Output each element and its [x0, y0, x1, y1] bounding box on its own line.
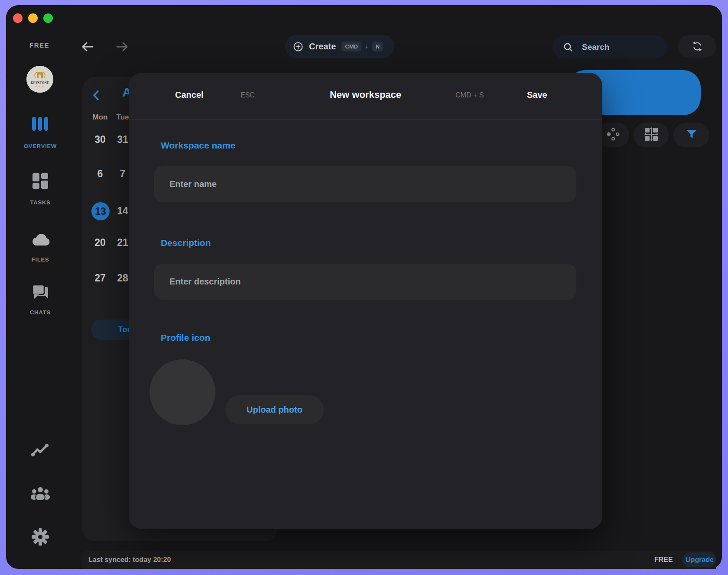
close-window-button[interactable] [13, 13, 23, 23]
sync-icon [692, 41, 703, 52]
arrow-left-icon [81, 47, 94, 54]
sidebar-item-overview[interactable]: OVERVIEW [14, 117, 66, 149]
profile-icon-label: Profile icon [161, 333, 210, 343]
filter-button[interactable] [673, 123, 709, 147]
status-bar: Last synced: today 20:20 FREE Upgrade [82, 551, 716, 569]
workspace-name-label: Workspace name [161, 140, 235, 151]
sidebar-item-files[interactable]: FILES [14, 232, 66, 263]
calendar-prev-month-button[interactable] [92, 90, 101, 103]
svg-text:ESTATES: ESTATES [35, 86, 45, 87]
profile-photo-placeholder [150, 359, 215, 425]
plus-circle-icon [293, 42, 303, 52]
last-synced-label: Last synced: today 20:20 [88, 556, 171, 564]
cloud-icon [14, 232, 66, 247]
sidebar-item-label: OVERVIEW [14, 143, 66, 149]
keystone-logo: KEYSTONE ESTATES [26, 66, 53, 93]
workspace-avatar[interactable]: KEYSTONE ESTATES [26, 66, 53, 93]
upgrade-button-label: Upgrade [686, 556, 714, 564]
search-input[interactable]: Search [552, 36, 667, 58]
sidebar-item-label: TASKS [14, 199, 66, 206]
sidebar-item-tasks[interactable]: TASKS [14, 173, 66, 206]
calendar-day[interactable]: 20 [89, 237, 111, 249]
forward-button[interactable] [115, 41, 129, 55]
selected-day-number: 13 [95, 206, 106, 217]
chat-bubbles-icon [14, 284, 66, 301]
workspace-name-input[interactable] [154, 166, 576, 202]
create-shortcut-plus: + [365, 43, 369, 50]
layout-arrange-button[interactable] [634, 123, 669, 147]
sync-button[interactable] [678, 35, 716, 58]
zoom-window-button[interactable] [43, 13, 53, 23]
sidebar-item-chats[interactable]: CHATS [14, 284, 66, 316]
description-input[interactable] [154, 264, 576, 300]
svg-text:KEYSTONE: KEYSTONE [31, 81, 49, 85]
upgrade-button[interactable]: Upgrade [683, 552, 716, 567]
back-button[interactable] [81, 41, 94, 55]
dots-diamond-icon [607, 128, 620, 142]
search-placeholder: Search [582, 42, 609, 52]
calendar-day-selected[interactable]: 13 [91, 202, 110, 220]
create-button[interactable]: Create CMD + N [285, 35, 394, 58]
sidebar-item-label: CHATS [14, 309, 66, 316]
squares-cross-icon [644, 127, 658, 143]
sidebar-item-team[interactable] [30, 486, 50, 502]
create-button-label: Create [309, 42, 336, 52]
upload-photo-button[interactable]: Upload photo [225, 395, 324, 424]
overview-bars-icon [14, 117, 66, 131]
description-label: Description [161, 238, 211, 248]
sidebar-item-label: FILES [14, 256, 66, 263]
search-icon [563, 42, 573, 52]
tasks-grid-icon [14, 173, 66, 189]
chevron-left-icon [92, 95, 101, 102]
save-button[interactable]: Save [527, 90, 547, 100]
modal-header-divider [129, 120, 602, 120]
plan-badge: FREE [29, 42, 49, 49]
filter-funnel-icon [686, 129, 697, 141]
calendar-day[interactable]: 27 [89, 272, 111, 284]
calendar-weekday: Mon [89, 113, 111, 122]
minimize-window-button[interactable] [28, 13, 38, 23]
new-workspace-modal: Cancel ESC New workspace CMD + S Save Wo… [129, 73, 602, 529]
calendar-day[interactable]: 6 [89, 168, 111, 180]
people-icon [30, 494, 50, 502]
save-shortcut-hint: CMD + S [455, 91, 484, 99]
sidebar-item-analytics[interactable] [31, 443, 49, 459]
sidebar-item-settings[interactable] [32, 528, 49, 547]
gear-icon [32, 539, 49, 547]
upload-photo-label: Upload photo [247, 405, 302, 415]
create-shortcut-cmd: CMD [341, 42, 361, 52]
arrow-right-icon [115, 47, 129, 54]
trend-chart-icon [31, 451, 49, 459]
calendar-day[interactable]: 30 [89, 134, 111, 145]
app-frame: FREE KEYSTONE ESTATES OVERVIEW TASKS [0, 0, 728, 575]
plan-label: FREE [654, 556, 673, 564]
create-shortcut-n: N [372, 42, 383, 52]
